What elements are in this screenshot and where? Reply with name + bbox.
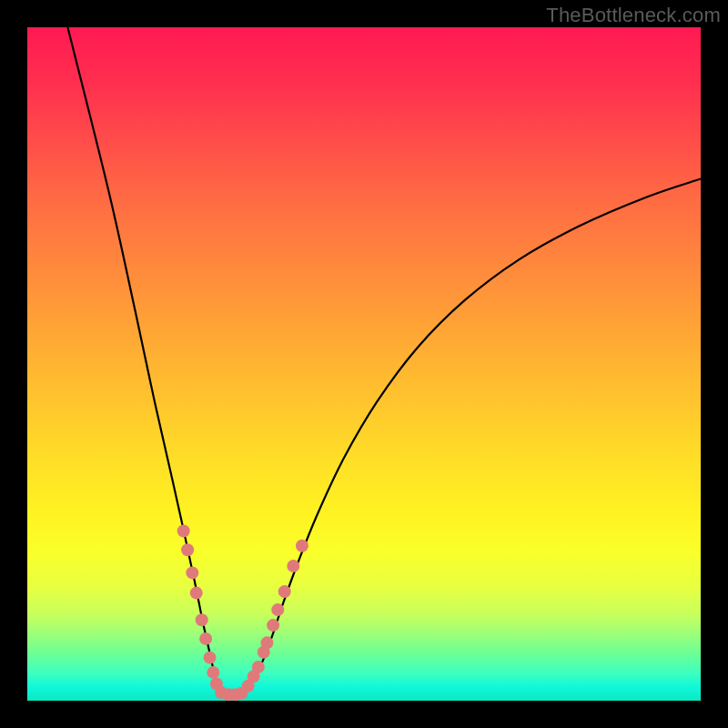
marker-group [177, 525, 308, 702]
data-marker [186, 566, 198, 579]
watermark-text: TheBottleneck.com [546, 4, 721, 27]
data-marker [296, 540, 308, 552]
data-marker [252, 661, 265, 673]
chart-container: TheBottleneck.com [0, 0, 728, 728]
data-marker [207, 666, 219, 679]
plot-area [27, 27, 701, 701]
data-marker [278, 585, 291, 598]
data-marker [177, 525, 190, 538]
data-marker [190, 587, 203, 600]
data-marker [260, 636, 273, 649]
data-marker [204, 652, 217, 664]
data-marker [181, 543, 194, 556]
data-marker [287, 560, 299, 572]
bottleneck-curve [67, 27, 701, 695]
data-marker [196, 613, 208, 626]
data-marker [271, 603, 284, 616]
data-marker [199, 632, 212, 645]
curve-layer [27, 27, 701, 701]
data-marker [267, 619, 279, 632]
